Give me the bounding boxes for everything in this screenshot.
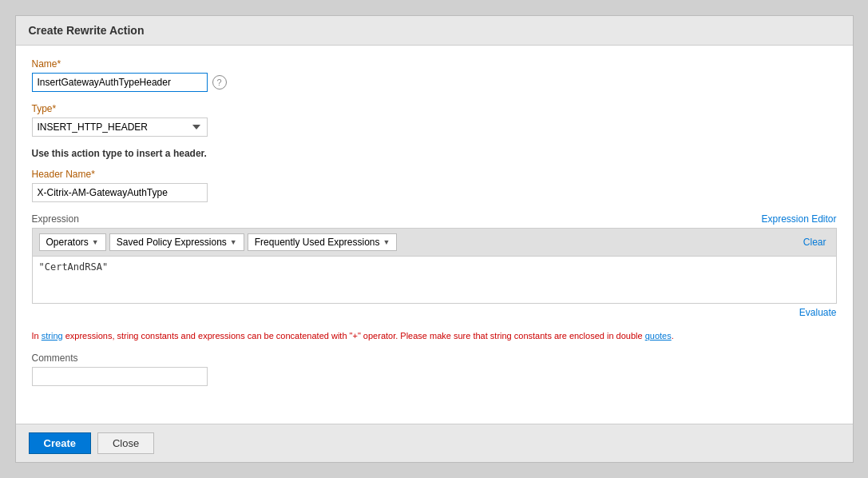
type-label: Type* bbox=[32, 103, 837, 114]
expression-label: Expression bbox=[32, 213, 79, 225]
header-name-label: Header Name* bbox=[32, 169, 837, 180]
operators-arrow-icon: ▼ bbox=[92, 238, 99, 246]
expression-textarea-wrapper: "CertAndRSA" bbox=[32, 256, 837, 304]
string-link[interactable]: string bbox=[42, 331, 63, 341]
create-rewrite-action-dialog: Create Rewrite Action Name* ? Type* INSE… bbox=[15, 15, 854, 463]
name-field-group: Name* ? bbox=[32, 58, 837, 92]
type-field-group: Type* INSERT_HTTP_HEADER DELETE_HTTP_HEA… bbox=[32, 103, 837, 137]
name-input[interactable] bbox=[32, 73, 208, 92]
expression-field-group: Expression Expression Editor Operators ▼… bbox=[32, 213, 837, 318]
type-description: Use this action type to insert a header. bbox=[32, 148, 837, 159]
evaluate-row: Evaluate bbox=[32, 307, 837, 318]
comments-field-group: Comments bbox=[32, 353, 837, 386]
dialog-footer: Create Close bbox=[16, 424, 853, 462]
create-button[interactable]: Create bbox=[29, 432, 91, 454]
header-name-input[interactable] bbox=[32, 183, 208, 202]
saved-policy-label: Saved Policy Expressions bbox=[117, 237, 227, 248]
saved-policy-arrow-icon: ▼ bbox=[230, 238, 237, 246]
expression-textarea[interactable]: "CertAndRSA" bbox=[33, 257, 836, 301]
quotes-link[interactable]: quotes bbox=[645, 331, 672, 341]
expression-toolbar: Operators ▼ Saved Policy Expressions ▼ F… bbox=[32, 228, 837, 256]
operators-label: Operators bbox=[46, 237, 89, 248]
close-button[interactable]: Close bbox=[97, 432, 154, 454]
expression-toolbar-left: Operators ▼ Saved Policy Expressions ▼ F… bbox=[39, 233, 398, 251]
type-select[interactable]: INSERT_HTTP_HEADER DELETE_HTTP_HEADER RE… bbox=[32, 118, 208, 137]
expression-row: Expression Expression Editor bbox=[32, 213, 837, 225]
clear-link[interactable]: Clear bbox=[803, 237, 830, 248]
frequently-used-arrow-icon: ▼ bbox=[383, 238, 390, 246]
comments-label: Comments bbox=[32, 353, 837, 364]
dialog-title: Create Rewrite Action bbox=[16, 16, 853, 46]
saved-policy-dropdown[interactable]: Saved Policy Expressions ▼ bbox=[109, 233, 244, 251]
evaluate-link[interactable]: Evaluate bbox=[799, 307, 837, 318]
comments-input[interactable] bbox=[32, 367, 208, 386]
operators-dropdown[interactable]: Operators ▼ bbox=[39, 233, 106, 251]
frequently-used-label: Frequently Used Expressions bbox=[255, 237, 380, 248]
frequently-used-dropdown[interactable]: Frequently Used Expressions ▼ bbox=[248, 233, 398, 251]
name-help-icon[interactable]: ? bbox=[212, 75, 227, 90]
name-label: Name* bbox=[32, 58, 837, 70]
expression-editor-link[interactable]: Expression Editor bbox=[761, 213, 836, 225]
dialog-body: Name* ? Type* INSERT_HTTP_HEADER DELETE_… bbox=[16, 46, 853, 424]
info-text: In string expressions, string constants … bbox=[32, 329, 837, 343]
header-name-field-group: Header Name* bbox=[32, 169, 837, 202]
